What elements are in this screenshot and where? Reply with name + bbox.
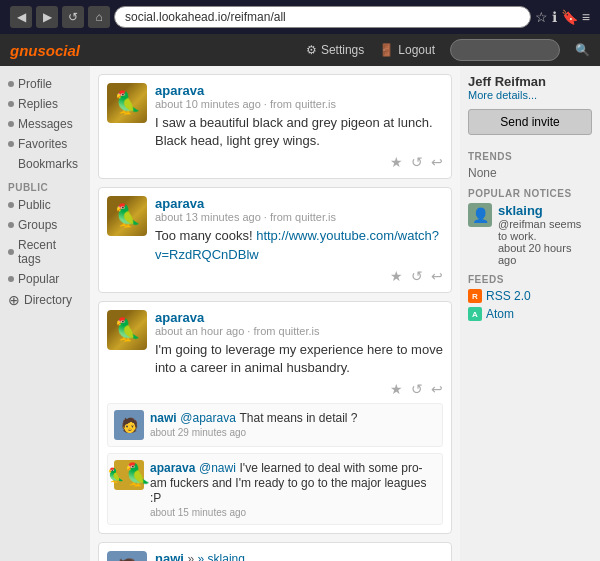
post-time: about 10 minutes ago · from quitter.is — [155, 98, 443, 110]
atom-feed-link[interactable]: A Atom — [468, 307, 592, 321]
reply-card: 🧑 nawi @aparava That means in detail ? a… — [107, 403, 443, 447]
reply-text: That means in detail ? — [239, 411, 357, 425]
post-card: 🧑 nawi » » sklaing about 31 minutes ago … — [98, 542, 452, 561]
post-author[interactable]: aparava — [155, 83, 204, 98]
bookmark-icon[interactable]: 🔖 — [561, 9, 578, 25]
info-icon[interactable]: ℹ — [552, 9, 557, 25]
reply-button[interactable]: ↩ — [431, 381, 443, 397]
post-meta: aparava about 10 minutes ago · from quit… — [155, 83, 443, 150]
reply-author[interactable]: aparava — [150, 461, 195, 475]
favorites-icon — [8, 141, 14, 147]
star-icon[interactable]: ☆ — [535, 9, 548, 25]
profile-icon — [8, 81, 14, 87]
reply-time: about 15 minutes ago — [150, 507, 436, 518]
right-sidebar: Jeff Reifman More details... Send invite… — [460, 66, 600, 561]
reply-content: nawi @aparava That means in detail ? abo… — [150, 410, 436, 440]
avatar — [107, 83, 147, 123]
reply-mention: @nawi — [199, 461, 236, 475]
main-feed: aparava about 10 minutes ago · from quit… — [90, 66, 460, 561]
star-button[interactable]: ★ — [390, 268, 403, 284]
reply-time: about 29 minutes ago — [150, 427, 436, 438]
trends-section-title: TRENDS — [468, 151, 592, 162]
sidebar-item-popular[interactable]: Popular — [0, 269, 90, 289]
app-logo[interactable]: gnusocial — [10, 42, 80, 59]
post-actions: ★ ↺ ↩ — [107, 381, 443, 397]
repost-button[interactable]: ↺ — [411, 154, 423, 170]
avatar: 🦜 — [114, 460, 144, 490]
sidebar-item-groups[interactable]: Groups — [0, 215, 90, 235]
browser-bar: ◀ ▶ ↺ ⌂ ☆ ℹ 🔖 ≡ — [10, 6, 590, 28]
send-invite-button[interactable]: Send invite — [468, 109, 592, 135]
popular-user[interactable]: sklaing — [498, 203, 592, 218]
replies-icon — [8, 101, 14, 107]
reply-button[interactable]: ↩ — [431, 154, 443, 170]
recent-tags-icon — [8, 249, 14, 255]
post-meta: nawi » » sklaing about 31 minutes ago · … — [155, 551, 443, 561]
sidebar-item-favorites[interactable]: Favorites — [0, 134, 90, 154]
sidebar-item-profile[interactable]: Profile — [0, 74, 90, 94]
post-author[interactable]: aparava — [155, 196, 204, 211]
post-header: aparava about 13 minutes ago · from quit… — [107, 196, 443, 263]
messages-icon — [8, 121, 14, 127]
popular-notice: 👤 sklaing @reifman seems to work. about … — [468, 203, 592, 266]
settings-icon: ⚙ — [306, 43, 317, 57]
sidebar-item-replies[interactable]: Replies — [0, 94, 90, 114]
groups-icon — [8, 222, 14, 228]
reply-button[interactable]: ↩ — [431, 268, 443, 284]
reply-card: 🦜 aparava @nawi I've learned to deal wit… — [107, 453, 443, 525]
search-input[interactable] — [450, 39, 560, 61]
sidebar-item-directory[interactable]: ⊕ Directory — [0, 289, 90, 311]
post-content: I'm going to leverage my experience here… — [155, 341, 443, 377]
public-icon — [8, 202, 14, 208]
popular-notice-content: sklaing @reifman seems to work. about 20… — [498, 203, 592, 266]
reply-author[interactable]: nawi — [150, 411, 177, 425]
post-author[interactable]: aparava — [155, 310, 204, 325]
directory-icon: ⊕ — [8, 292, 20, 308]
repost-button[interactable]: ↺ — [411, 381, 423, 397]
reload-button[interactable]: ↺ — [62, 6, 84, 28]
post-actions: ★ ↺ ↩ — [107, 154, 443, 170]
trends-value: None — [468, 166, 592, 180]
post-header: aparava about 10 minutes ago · from quit… — [107, 83, 443, 150]
post-header: 🧑 nawi » » sklaing about 31 minutes ago … — [107, 551, 443, 561]
repost-button[interactable]: ↺ — [411, 268, 423, 284]
logout-link[interactable]: 🚪 Logout — [379, 43, 435, 57]
popular-time: about 20 hours ago — [498, 242, 592, 266]
back-button[interactable]: ◀ — [10, 6, 32, 28]
toolbar-right: ⚙ Settings 🚪 Logout 🔍 — [306, 39, 590, 61]
search-submit-icon[interactable]: 🔍 — [575, 43, 590, 57]
user-details-link[interactable]: More details... — [468, 89, 592, 101]
avatar — [107, 310, 147, 350]
rss-feed-link[interactable]: R RSS 2.0 — [468, 289, 592, 303]
sidebar-item-public[interactable]: Public — [0, 195, 90, 215]
sidebar: Profile Replies Messages Favorites Bookm… — [0, 66, 90, 561]
post-header: aparava about an hour ago · from quitter… — [107, 310, 443, 377]
browser-chrome: ◀ ▶ ↺ ⌂ ☆ ℹ 🔖 ≡ — [0, 0, 600, 34]
settings-link[interactable]: ⚙ Settings — [306, 43, 364, 57]
post-card: aparava about 13 minutes ago · from quit… — [98, 187, 452, 292]
post-actions: ★ ↺ ↩ — [107, 268, 443, 284]
post-mention: » » sklaing — [188, 552, 245, 561]
sidebar-item-messages[interactable]: Messages — [0, 114, 90, 134]
popular-avatar: 👤 — [468, 203, 492, 227]
popular-icon — [8, 276, 14, 282]
rss-icon: R — [468, 289, 482, 303]
post-time: about an hour ago · from quitter.is — [155, 325, 443, 337]
post-content: I saw a beautiful black and grey pigeon … — [155, 114, 443, 150]
main-layout: Profile Replies Messages Favorites Bookm… — [0, 66, 600, 561]
star-button[interactable]: ★ — [390, 154, 403, 170]
star-button[interactable]: ★ — [390, 381, 403, 397]
avatar: 🧑 — [114, 410, 144, 440]
reply-content: aparava @nawi I've learned to deal with … — [150, 460, 436, 518]
menu-icon[interactable]: ≡ — [582, 9, 590, 25]
sidebar-item-recent-tags[interactable]: Recent tags — [0, 235, 90, 269]
post-meta: aparava about 13 minutes ago · from quit… — [155, 196, 443, 263]
post-card: aparava about an hour ago · from quitter… — [98, 301, 452, 534]
sidebar-item-bookmarks[interactable]: Bookmarks — [0, 154, 90, 174]
url-input[interactable] — [114, 6, 531, 28]
popular-notices-title: POPULAR NOTICES — [468, 188, 592, 199]
post-author[interactable]: nawi — [155, 551, 184, 561]
home-button[interactable]: ⌂ — [88, 6, 110, 28]
popular-mention: @reifman seems to work. — [498, 218, 592, 242]
forward-button[interactable]: ▶ — [36, 6, 58, 28]
